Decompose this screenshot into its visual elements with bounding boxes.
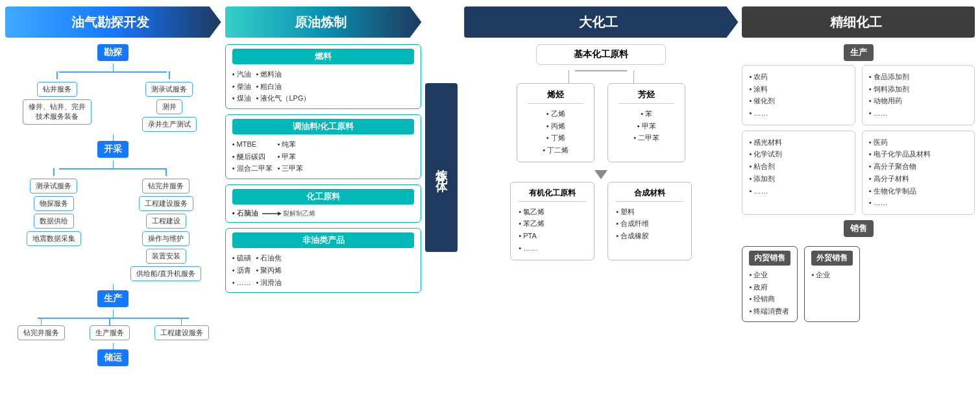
production-group: 生产 钻完井服务 生产服务 工程建设服务 <box>5 284 221 340</box>
card-blend: 调油料/化工原料 MTBE 醚后碳四 混合二甲苯 纯苯 甲苯 三甲苯 <box>225 114 422 179</box>
sec2-title: 原油炼制 <box>295 14 347 31</box>
chem-naphtha: • 石脑油 <box>232 208 258 218</box>
organic-list: 氯乙烯 苯乙烯 PTA …… <box>519 206 586 255</box>
domestic-sale-box: 内贸销售 企业 政府 经销商 终端消费者 <box>742 246 798 322</box>
box-geophysics: 物探服务 <box>34 196 74 211</box>
foreign-sale-box: 外贸销售 企业 <box>804 246 860 322</box>
box-repair-drilling: 修井、钻井、完井技术服务装备 <box>23 99 92 125</box>
aromatic-benzene: 苯 <box>619 108 674 120</box>
vline-er <box>169 71 170 79</box>
vline-ml <box>53 168 55 176</box>
vline-sec4-l <box>569 70 570 83</box>
arrow-right-icon <box>262 210 282 218</box>
sec5-prod-header-wrap: 生产 <box>742 44 975 61</box>
integrated-text: 炼化一体 <box>434 160 449 175</box>
prod-dots2: …… <box>869 107 968 119</box>
svg-marker-1 <box>278 212 282 216</box>
sec4-bottom-row: 有机化工原料 氯乙烯 苯乙烯 PTA …… 合成材料 塑料 合成纤维 合成橡胶 <box>510 182 692 260</box>
synth-plastic: 塑料 <box>616 206 683 218</box>
mining-group: 开采 测录试服务 物探服务 数据供给 地震数据采集 钻完井服务 工程建设服务 工… <box>5 134 221 281</box>
organic-dots: …… <box>519 242 586 255</box>
blend-col1: MTBE 醚后碳四 混合二甲苯 <box>232 138 273 175</box>
explore-right: 测录试服务 测井 录井生产测试 <box>117 71 221 132</box>
sec4-title: 大化工 <box>579 14 618 31</box>
box-well-production: 录井生产测试 <box>142 117 197 132</box>
vline-sec4-r <box>633 70 635 83</box>
storage-group: 储运 <box>5 343 221 366</box>
vline-p <box>113 284 114 290</box>
prod-dots1: …… <box>749 107 848 119</box>
fuel-item-fuel-oil: 燃料油 <box>256 68 311 81</box>
basic-chem-label: 基本化工原料 <box>574 49 628 59</box>
prod-card2: 食品添加剂 饲料添加剂 动物用药 …… <box>862 65 975 125</box>
fuel-item-white-oil: 粗白油 <box>256 81 311 93</box>
vline-pi3 <box>181 318 182 325</box>
olefin-box: 烯烃 乙烯 丙烯 丁烯 丁二烯 <box>517 83 594 162</box>
dom-enterprise: 企业 <box>749 269 790 281</box>
blend-toluene: 甲苯 <box>278 151 304 163</box>
hline-mine <box>59 168 167 169</box>
sec1-title: 油气勘探开发 <box>71 14 149 31</box>
mining-label: 开采 <box>97 141 129 158</box>
sec5-sale-row: 内贸销售 企业 政府 经销商 终端消费者 外贸销售 企业 <box>742 246 975 322</box>
prod-additive: 添加剂 <box>749 173 848 185</box>
prod-catalyst: 催化剂 <box>749 95 848 107</box>
fuel-title: 燃料 <box>232 49 415 64</box>
organic-pta: PTA <box>519 230 586 242</box>
aromatic-xylene: 二甲苯 <box>619 132 674 144</box>
blend-c4: 醚后碳四 <box>232 151 273 163</box>
storage-label: 储运 <box>97 349 129 366</box>
olefin-butadiene: 丁二烯 <box>528 144 583 156</box>
mine-left: 测录试服务 物探服务 数据供给 地震数据采集 <box>5 168 103 246</box>
vline-pi2 <box>109 318 110 325</box>
chem-raw-title: 化工原料 <box>232 189 415 205</box>
fuel-item-kerosene: 煤油 <box>232 92 251 105</box>
production-label: 生产 <box>97 290 129 307</box>
synth-box: 合成材料 塑料 合成纤维 合成橡胶 <box>607 182 692 260</box>
explore-left: 钻井服务 修井、钻井、完井技术服务装备 <box>5 71 109 125</box>
vline-m <box>113 134 114 141</box>
section-refinery: 原油炼制 燃料 汽油 柴油 煤油 燃料油 粗白油 液化气（LPG） 调油料/化 <box>225 6 426 394</box>
box-logging: 测井 <box>156 99 182 114</box>
sec5-title: 精细化工 <box>830 14 882 31</box>
box-data-supply: 数据供给 <box>34 214 74 229</box>
sec5-header: 精细化工 <box>742 6 975 38</box>
main-container: 油气勘探开发 勘探 钻井服务 修井、钻井、完井技术服务装备 测录试服务 <box>0 0 980 400</box>
explore-label: 勘探 <box>97 44 129 61</box>
section-fine-chem: 精细化工 生产 农药 涂料 催化剂 …… <box>742 6 975 394</box>
organic-title: 有机化工原料 <box>519 188 586 202</box>
prod-item3: 工程建设服务 <box>154 318 209 340</box>
prod-card3: 感光材料 化学试剂 粘合剂 添加剂 …… <box>742 131 855 215</box>
prod-polymer-mat: 高分子材料 <box>869 173 968 185</box>
olefin-list: 乙烯 丙烯 丁烯 丁二烯 <box>528 108 583 156</box>
domestic-list: 企业 政府 经销商 终端消费者 <box>749 269 790 318</box>
dom-govt: 政府 <box>749 281 790 294</box>
olefin-title: 烯烃 <box>528 89 583 104</box>
blend-trimethyl: 三甲苯 <box>278 162 304 175</box>
box-production-service: 生产服务 <box>90 325 130 340</box>
fuel-item-diesel: 柴油 <box>232 81 251 93</box>
olefin-propylene: 丙烯 <box>528 120 583 132</box>
sec2-header-wrap: 原油炼制 <box>225 6 422 38</box>
box-supply-boat: 供给船/直升机服务 <box>130 266 201 281</box>
blend-benzene: 纯苯 <box>278 138 304 151</box>
olefin-butene: 丁烯 <box>528 132 583 144</box>
sec5-prod-label: 生产 <box>844 44 874 61</box>
box-engineering-construction: 工程建设服务 <box>139 196 193 211</box>
sec5-header-wrap: 精细化工 <box>742 6 975 38</box>
down-arrow-icon <box>594 170 607 179</box>
vline-mr <box>165 168 167 176</box>
integrated-vertical: 炼化一体 <box>425 83 458 252</box>
prod-dots3: …… <box>749 185 848 197</box>
dom-consumer: 终端消费者 <box>749 305 790 318</box>
nonoil-petcoke: 石油焦 <box>256 252 282 264</box>
box-operation: 操作与维护 <box>142 231 190 246</box>
sec5-prod-row1: 农药 涂料 催化剂 …… 食品添加剂 饲料添加剂 动物用药 …… <box>742 65 975 125</box>
box-logging-test: 测录试服务 <box>30 179 77 194</box>
box-drilling-service: 钻井服务 <box>37 82 77 97</box>
sec5-body: 生产 农药 涂料 催化剂 …… 食品添加剂 饲料添加剂 动物用药 <box>742 44 975 322</box>
prod-biochem: 生物化学制品 <box>869 185 968 197</box>
nonoil-title: 非油类产品 <box>232 232 415 248</box>
nonoil-sulfur: 硫磺 <box>232 252 251 264</box>
prod-feed-additive: 饲料添加剂 <box>869 83 968 95</box>
